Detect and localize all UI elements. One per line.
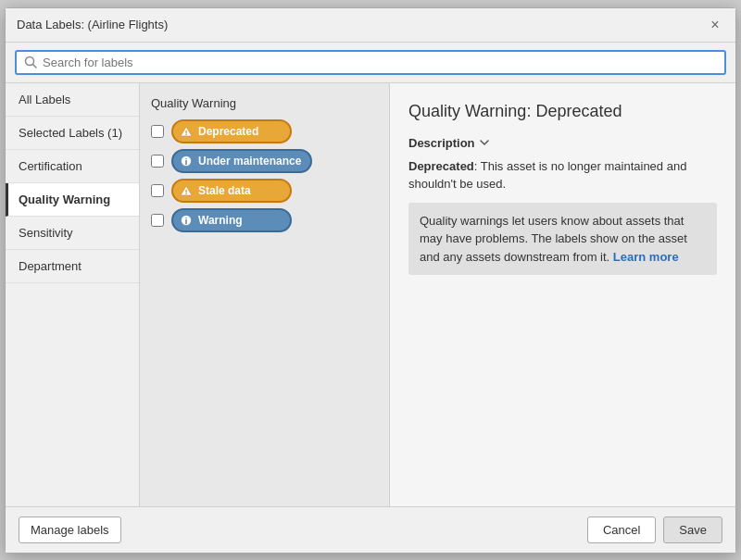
learn-more-link[interactable]: Learn more: [613, 250, 679, 264]
search-input[interactable]: [43, 56, 717, 69]
cancel-button[interactable]: Cancel: [587, 516, 656, 543]
svg-text:i: i: [185, 157, 188, 167]
search-icon: [24, 56, 37, 68]
svg-text:!: !: [185, 129, 188, 137]
sidebar-item-all-labels[interactable]: All Labels: [6, 83, 139, 117]
sidebar-item-department[interactable]: Department: [6, 250, 139, 283]
deprecated-label-text: Deprecated: [198, 125, 258, 138]
list-item: ! Deprecated: [151, 119, 378, 143]
deprecated-checkbox[interactable]: [151, 125, 164, 138]
under-maintenance-label[interactable]: i Under maintenance: [171, 149, 312, 173]
chevron-down-icon: [479, 137, 490, 148]
warning-label-text: Warning: [198, 214, 243, 227]
sidebar-item-sensitivity[interactable]: Sensitivity: [6, 217, 139, 250]
dialog-body: All Labels Selected Labels (1) Certifica…: [6, 83, 735, 506]
stale-data-checkbox[interactable]: [151, 184, 164, 197]
dialog-titlebar: Data Labels: (Airline Flights) ×: [6, 8, 735, 43]
dialog-title: Data Labels: (Airline Flights): [17, 18, 168, 31]
detail-title: Quality Warning: Deprecated: [408, 102, 717, 121]
svg-text:!: !: [185, 188, 188, 196]
description-header-text: Description: [408, 136, 475, 150]
middle-section-title: Quality Warning: [151, 96, 378, 110]
search-input-wrapper: [15, 50, 726, 75]
sidebar: All Labels Selected Labels (1) Certifica…: [6, 83, 140, 506]
under-maintenance-checkbox[interactable]: [151, 155, 164, 168]
warning-info-icon: i: [179, 213, 194, 228]
description-note: Quality warnings let users know about as…: [408, 203, 717, 276]
list-item: i Warning: [151, 208, 378, 232]
svg-line-1: [33, 65, 37, 68]
stale-data-label[interactable]: ! Stale data: [171, 179, 292, 203]
middle-panel: Quality Warning ! Deprecated: [140, 83, 390, 506]
search-bar: [6, 43, 735, 83]
list-item: i Under maintenance: [151, 149, 378, 173]
stale-icon: !: [179, 183, 194, 198]
save-button[interactable]: Save: [663, 516, 722, 543]
footer-right: Cancel Save: [587, 516, 722, 543]
sidebar-item-quality-warning[interactable]: Quality Warning: [6, 183, 139, 217]
data-labels-dialog: Data Labels: (Airline Flights) × All Lab…: [5, 7, 736, 554]
right-panel: Quality Warning: Deprecated Description …: [390, 83, 735, 506]
list-item: ! Stale data: [151, 179, 378, 203]
description-bold-text: Deprecated: [408, 159, 474, 173]
under-maintenance-label-text: Under maintenance: [198, 155, 301, 168]
manage-labels-button[interactable]: Manage labels: [19, 516, 121, 543]
stale-data-label-text: Stale data: [198, 184, 251, 197]
sidebar-item-certification[interactable]: Certification: [6, 150, 139, 183]
warning-checkbox[interactable]: [151, 214, 164, 227]
deprecated-label[interactable]: ! Deprecated: [171, 119, 292, 143]
warning-label[interactable]: i Warning: [171, 208, 292, 232]
dialog-footer: Manage labels Cancel Save: [6, 506, 735, 553]
description-body: Deprecated: This asset is no longer main…: [408, 157, 717, 193]
svg-text:i: i: [185, 217, 188, 226]
sidebar-item-selected-labels[interactable]: Selected Labels (1): [6, 117, 139, 150]
maintenance-icon: i: [179, 154, 194, 168]
warning-icon: !: [179, 124, 194, 139]
close-button[interactable]: ×: [706, 16, 724, 34]
description-header[interactable]: Description: [408, 136, 717, 150]
label-list: ! Deprecated i: [151, 119, 378, 232]
